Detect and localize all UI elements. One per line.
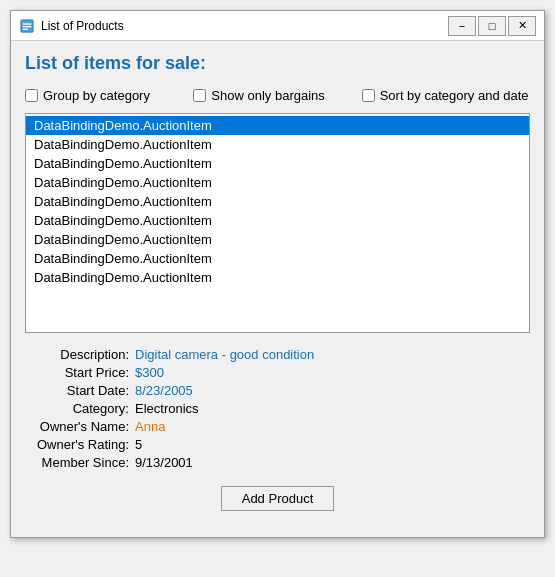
minimize-button[interactable]: − <box>448 16 476 36</box>
list-item[interactable]: DataBindingDemo.AuctionItem <box>26 173 529 192</box>
content-area: List of items for sale: Group by categor… <box>11 41 544 537</box>
list-item[interactable]: DataBindingDemo.AuctionItem <box>26 192 529 211</box>
start-price-label: Start Price: <box>25 365 135 380</box>
bottom-bar: Add Product <box>25 486 530 525</box>
svg-rect-1 <box>23 23 32 24</box>
group-by-category-checkbox[interactable] <box>25 89 38 102</box>
description-value: Digital camera - good condition <box>135 347 530 362</box>
list-item[interactable]: DataBindingDemo.AuctionItem <box>26 154 529 173</box>
window-title: List of Products <box>41 19 448 33</box>
window-controls: − □ ✕ <box>448 16 536 36</box>
svg-rect-2 <box>23 26 32 27</box>
checkboxes-row: Group by category Show only bargains Sor… <box>25 88 530 103</box>
group-by-category-item: Group by category <box>25 88 193 103</box>
list-item[interactable]: DataBindingDemo.AuctionItem <box>26 211 529 230</box>
list-item[interactable]: DataBindingDemo.AuctionItem <box>26 249 529 268</box>
start-date-value: 8/23/2005 <box>135 383 530 398</box>
sort-by-category-checkbox[interactable] <box>362 89 375 102</box>
description-label: Description: <box>25 347 135 362</box>
title-bar: List of Products − □ ✕ <box>11 11 544 41</box>
sort-by-category-label[interactable]: Sort by category and date <box>380 88 529 103</box>
show-only-bargains-checkbox[interactable] <box>193 89 206 102</box>
owners-name-value: Anna <box>135 419 530 434</box>
page-heading: List of items for sale: <box>25 53 530 74</box>
owners-rating-label: Owner's Rating: <box>25 437 135 452</box>
main-window: List of Products − □ ✕ List of items for… <box>10 10 545 538</box>
category-label: Category: <box>25 401 135 416</box>
start-price-value: $300 <box>135 365 530 380</box>
products-list[interactable]: DataBindingDemo.AuctionItemDataBindingDe… <box>25 113 530 333</box>
member-since-value: 9/13/2001 <box>135 455 530 470</box>
add-product-button[interactable]: Add Product <box>221 486 335 511</box>
owners-rating-value: 5 <box>135 437 530 452</box>
window-icon <box>19 18 35 34</box>
start-date-label: Start Date: <box>25 383 135 398</box>
show-only-bargains-label[interactable]: Show only bargains <box>211 88 324 103</box>
list-item[interactable]: DataBindingDemo.AuctionItem <box>26 135 529 154</box>
member-since-label: Member Since: <box>25 455 135 470</box>
sort-by-category-item: Sort by category and date <box>362 88 530 103</box>
owners-name-label: Owner's Name: <box>25 419 135 434</box>
category-value: Electronics <box>135 401 530 416</box>
maximize-button[interactable]: □ <box>478 16 506 36</box>
close-button[interactable]: ✕ <box>508 16 536 36</box>
svg-rect-3 <box>23 28 28 29</box>
details-section: Description: Digital camera - good condi… <box>25 347 530 470</box>
group-by-category-label[interactable]: Group by category <box>43 88 150 103</box>
list-item[interactable]: DataBindingDemo.AuctionItem <box>26 230 529 249</box>
show-only-bargains-item: Show only bargains <box>193 88 361 103</box>
list-item[interactable]: DataBindingDemo.AuctionItem <box>26 116 529 135</box>
list-item[interactable]: DataBindingDemo.AuctionItem <box>26 268 529 287</box>
